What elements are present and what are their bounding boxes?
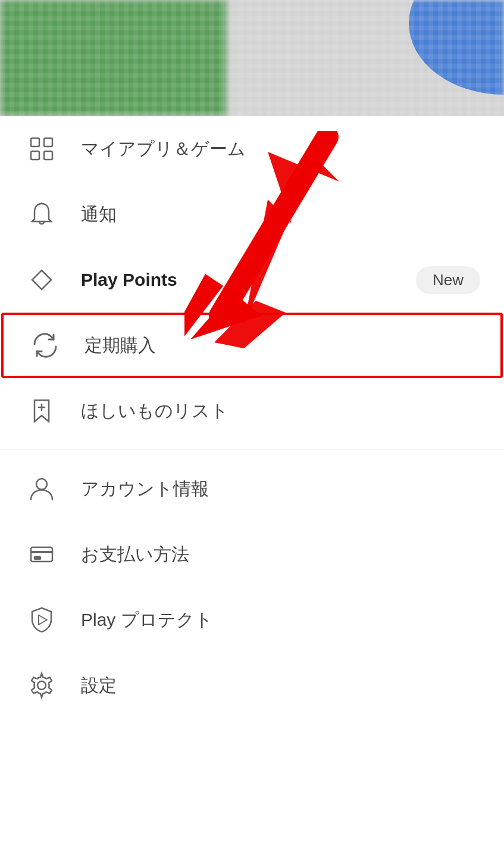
diamond-icon bbox=[24, 262, 60, 298]
menu-item-notifications[interactable]: 通知 bbox=[0, 182, 504, 247]
settings-label: 設定 bbox=[81, 673, 480, 698]
my-apps-label: マイアプリ＆ゲーム bbox=[81, 137, 480, 161]
notifications-label: 通知 bbox=[81, 202, 480, 227]
bookmark-plus-icon bbox=[24, 393, 60, 429]
menu-item-settings[interactable]: 設定 bbox=[0, 653, 504, 718]
payment-label: お支払い方法 bbox=[81, 542, 480, 567]
shield-play-icon bbox=[24, 602, 60, 638]
subscriptions-label: 定期購入 bbox=[84, 333, 477, 358]
menu-item-play-protect[interactable]: Play プロテクト bbox=[0, 587, 504, 653]
play-points-label: Play Points bbox=[81, 270, 416, 290]
wishlist-label: ほしいものリスト bbox=[81, 399, 480, 423]
play-protect-label: Play プロテクト bbox=[81, 608, 480, 632]
menu-container: マイアプリ＆ゲーム 通知 Play Points New bbox=[0, 116, 504, 718]
refresh-icon bbox=[27, 328, 63, 363]
bell-icon bbox=[24, 197, 60, 232]
svg-rect-7 bbox=[44, 138, 52, 146]
account-label: アカウント情報 bbox=[81, 477, 480, 501]
new-badge: New bbox=[416, 266, 480, 294]
svg-rect-9 bbox=[44, 151, 52, 160]
menu-item-account[interactable]: アカウント情報 bbox=[0, 456, 504, 522]
gear-icon bbox=[24, 668, 60, 703]
menu-item-play-points[interactable]: Play Points New bbox=[0, 247, 504, 313]
header-map bbox=[0, 0, 504, 116]
card-icon bbox=[24, 537, 60, 572]
menu-item-my-apps[interactable]: マイアプリ＆ゲーム bbox=[0, 116, 504, 182]
svg-rect-16 bbox=[35, 557, 40, 559]
grid-icon bbox=[24, 131, 60, 167]
menu-item-subscriptions[interactable]: 定期購入 bbox=[1, 313, 503, 378]
menu-item-payment[interactable]: お支払い方法 bbox=[0, 522, 504, 587]
menu-item-wishlist[interactable]: ほしいものリスト bbox=[0, 378, 504, 444]
svg-rect-6 bbox=[31, 138, 39, 146]
svg-point-18 bbox=[37, 681, 46, 690]
menu-divider bbox=[0, 450, 504, 450]
svg-rect-8 bbox=[31, 151, 39, 160]
svg-point-13 bbox=[36, 479, 47, 489]
person-icon bbox=[24, 471, 60, 507]
svg-marker-17 bbox=[39, 615, 47, 625]
